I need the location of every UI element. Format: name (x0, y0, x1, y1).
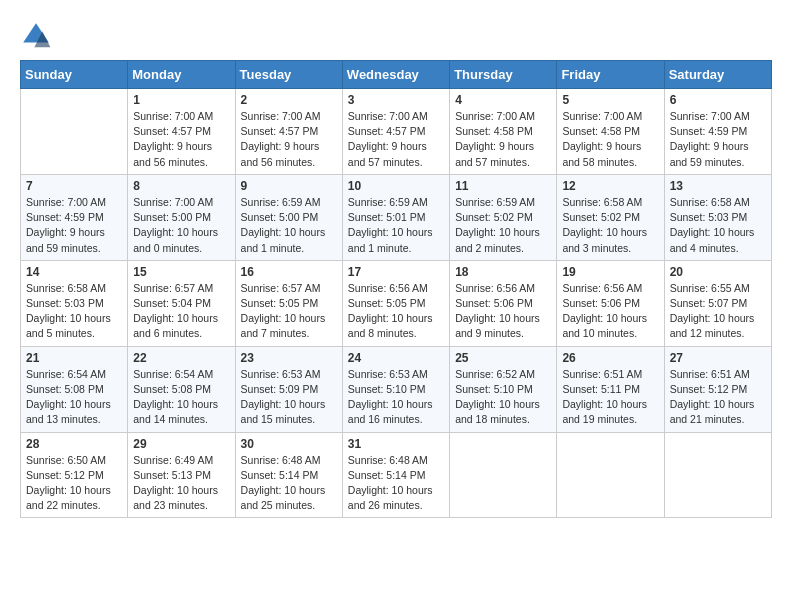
weekday-header: Monday (128, 61, 235, 89)
day-info: Sunrise: 7:00 AMSunset: 5:00 PMDaylight:… (133, 195, 229, 256)
day-info: Sunrise: 6:59 AMSunset: 5:00 PMDaylight:… (241, 195, 337, 256)
day-number: 11 (455, 179, 551, 193)
logo-icon (20, 20, 52, 52)
calendar-cell: 19Sunrise: 6:56 AMSunset: 5:06 PMDayligh… (557, 260, 664, 346)
day-number: 26 (562, 351, 658, 365)
calendar-cell: 11Sunrise: 6:59 AMSunset: 5:02 PMDayligh… (450, 174, 557, 260)
calendar-cell: 6Sunrise: 7:00 AMSunset: 4:59 PMDaylight… (664, 89, 771, 175)
weekday-header: Wednesday (342, 61, 449, 89)
day-info: Sunrise: 6:51 AMSunset: 5:11 PMDaylight:… (562, 367, 658, 428)
day-info: Sunrise: 7:00 AMSunset: 4:57 PMDaylight:… (241, 109, 337, 170)
calendar-cell: 2Sunrise: 7:00 AMSunset: 4:57 PMDaylight… (235, 89, 342, 175)
calendar-week-row: 28Sunrise: 6:50 AMSunset: 5:12 PMDayligh… (21, 432, 772, 518)
calendar-cell: 20Sunrise: 6:55 AMSunset: 5:07 PMDayligh… (664, 260, 771, 346)
day-info: Sunrise: 6:58 AMSunset: 5:03 PMDaylight:… (670, 195, 766, 256)
day-info: Sunrise: 7:00 AMSunset: 4:58 PMDaylight:… (562, 109, 658, 170)
day-info: Sunrise: 6:59 AMSunset: 5:01 PMDaylight:… (348, 195, 444, 256)
day-number: 9 (241, 179, 337, 193)
calendar-cell: 21Sunrise: 6:54 AMSunset: 5:08 PMDayligh… (21, 346, 128, 432)
day-info: Sunrise: 6:51 AMSunset: 5:12 PMDaylight:… (670, 367, 766, 428)
day-number: 20 (670, 265, 766, 279)
day-number: 3 (348, 93, 444, 107)
day-number: 29 (133, 437, 229, 451)
day-info: Sunrise: 7:00 AMSunset: 4:57 PMDaylight:… (133, 109, 229, 170)
calendar-cell: 12Sunrise: 6:58 AMSunset: 5:02 PMDayligh… (557, 174, 664, 260)
calendar-header-row: SundayMondayTuesdayWednesdayThursdayFrid… (21, 61, 772, 89)
day-info: Sunrise: 7:00 AMSunset: 4:59 PMDaylight:… (670, 109, 766, 170)
day-info: Sunrise: 6:56 AMSunset: 5:05 PMDaylight:… (348, 281, 444, 342)
day-info: Sunrise: 6:48 AMSunset: 5:14 PMDaylight:… (241, 453, 337, 514)
day-number: 21 (26, 351, 122, 365)
calendar-cell: 18Sunrise: 6:56 AMSunset: 5:06 PMDayligh… (450, 260, 557, 346)
calendar-cell: 30Sunrise: 6:48 AMSunset: 5:14 PMDayligh… (235, 432, 342, 518)
logo (20, 20, 56, 52)
calendar-table: SundayMondayTuesdayWednesdayThursdayFrid… (20, 60, 772, 518)
calendar-cell: 13Sunrise: 6:58 AMSunset: 5:03 PMDayligh… (664, 174, 771, 260)
day-info: Sunrise: 6:57 AMSunset: 5:05 PMDaylight:… (241, 281, 337, 342)
calendar-cell: 31Sunrise: 6:48 AMSunset: 5:14 PMDayligh… (342, 432, 449, 518)
calendar-cell: 23Sunrise: 6:53 AMSunset: 5:09 PMDayligh… (235, 346, 342, 432)
day-info: Sunrise: 6:58 AMSunset: 5:02 PMDaylight:… (562, 195, 658, 256)
day-number: 23 (241, 351, 337, 365)
day-info: Sunrise: 7:00 AMSunset: 4:57 PMDaylight:… (348, 109, 444, 170)
day-number: 6 (670, 93, 766, 107)
weekday-header: Sunday (21, 61, 128, 89)
day-number: 25 (455, 351, 551, 365)
day-info: Sunrise: 7:00 AMSunset: 4:58 PMDaylight:… (455, 109, 551, 170)
calendar-cell: 5Sunrise: 7:00 AMSunset: 4:58 PMDaylight… (557, 89, 664, 175)
weekday-header: Friday (557, 61, 664, 89)
day-info: Sunrise: 6:58 AMSunset: 5:03 PMDaylight:… (26, 281, 122, 342)
day-info: Sunrise: 6:53 AMSunset: 5:10 PMDaylight:… (348, 367, 444, 428)
day-info: Sunrise: 6:56 AMSunset: 5:06 PMDaylight:… (562, 281, 658, 342)
day-info: Sunrise: 6:52 AMSunset: 5:10 PMDaylight:… (455, 367, 551, 428)
calendar-cell: 16Sunrise: 6:57 AMSunset: 5:05 PMDayligh… (235, 260, 342, 346)
day-number: 17 (348, 265, 444, 279)
day-number: 10 (348, 179, 444, 193)
page-header (20, 20, 772, 52)
calendar-cell: 1Sunrise: 7:00 AMSunset: 4:57 PMDaylight… (128, 89, 235, 175)
day-info: Sunrise: 6:59 AMSunset: 5:02 PMDaylight:… (455, 195, 551, 256)
calendar-cell (664, 432, 771, 518)
calendar-cell: 4Sunrise: 7:00 AMSunset: 4:58 PMDaylight… (450, 89, 557, 175)
day-info: Sunrise: 6:54 AMSunset: 5:08 PMDaylight:… (26, 367, 122, 428)
calendar-cell: 17Sunrise: 6:56 AMSunset: 5:05 PMDayligh… (342, 260, 449, 346)
day-info: Sunrise: 7:00 AMSunset: 4:59 PMDaylight:… (26, 195, 122, 256)
day-number: 5 (562, 93, 658, 107)
day-number: 27 (670, 351, 766, 365)
calendar-cell: 26Sunrise: 6:51 AMSunset: 5:11 PMDayligh… (557, 346, 664, 432)
calendar-week-row: 1Sunrise: 7:00 AMSunset: 4:57 PMDaylight… (21, 89, 772, 175)
calendar-cell: 24Sunrise: 6:53 AMSunset: 5:10 PMDayligh… (342, 346, 449, 432)
day-number: 16 (241, 265, 337, 279)
calendar-cell: 29Sunrise: 6:49 AMSunset: 5:13 PMDayligh… (128, 432, 235, 518)
weekday-header: Saturday (664, 61, 771, 89)
day-number: 22 (133, 351, 229, 365)
calendar-cell (557, 432, 664, 518)
weekday-header: Thursday (450, 61, 557, 89)
calendar-cell: 9Sunrise: 6:59 AMSunset: 5:00 PMDaylight… (235, 174, 342, 260)
calendar-cell (450, 432, 557, 518)
day-number: 19 (562, 265, 658, 279)
calendar-cell: 10Sunrise: 6:59 AMSunset: 5:01 PMDayligh… (342, 174, 449, 260)
calendar-week-row: 14Sunrise: 6:58 AMSunset: 5:03 PMDayligh… (21, 260, 772, 346)
calendar-cell: 8Sunrise: 7:00 AMSunset: 5:00 PMDaylight… (128, 174, 235, 260)
day-info: Sunrise: 6:49 AMSunset: 5:13 PMDaylight:… (133, 453, 229, 514)
calendar-cell: 15Sunrise: 6:57 AMSunset: 5:04 PMDayligh… (128, 260, 235, 346)
calendar-cell: 3Sunrise: 7:00 AMSunset: 4:57 PMDaylight… (342, 89, 449, 175)
day-info: Sunrise: 6:53 AMSunset: 5:09 PMDaylight:… (241, 367, 337, 428)
day-number: 14 (26, 265, 122, 279)
day-number: 18 (455, 265, 551, 279)
day-number: 8 (133, 179, 229, 193)
day-info: Sunrise: 6:56 AMSunset: 5:06 PMDaylight:… (455, 281, 551, 342)
day-number: 12 (562, 179, 658, 193)
calendar-cell: 7Sunrise: 7:00 AMSunset: 4:59 PMDaylight… (21, 174, 128, 260)
day-number: 30 (241, 437, 337, 451)
calendar-cell (21, 89, 128, 175)
day-info: Sunrise: 6:57 AMSunset: 5:04 PMDaylight:… (133, 281, 229, 342)
calendar-week-row: 21Sunrise: 6:54 AMSunset: 5:08 PMDayligh… (21, 346, 772, 432)
day-number: 15 (133, 265, 229, 279)
calendar-cell: 22Sunrise: 6:54 AMSunset: 5:08 PMDayligh… (128, 346, 235, 432)
day-number: 13 (670, 179, 766, 193)
day-number: 7 (26, 179, 122, 193)
day-number: 28 (26, 437, 122, 451)
day-number: 4 (455, 93, 551, 107)
